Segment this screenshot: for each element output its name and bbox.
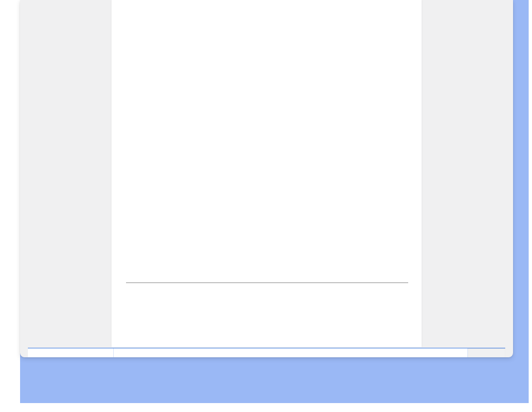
app-window xyxy=(20,0,513,357)
status-segment-left[interactable] xyxy=(28,348,114,357)
right-sidebar xyxy=(422,0,513,347)
bottom-status-strip xyxy=(28,348,505,357)
document-page[interactable] xyxy=(112,0,422,347)
status-segment-center[interactable] xyxy=(114,348,467,357)
footnote-separator xyxy=(126,282,408,283)
status-segment-right[interactable] xyxy=(467,348,505,357)
workspace xyxy=(20,0,513,347)
left-sidebar xyxy=(20,0,112,347)
